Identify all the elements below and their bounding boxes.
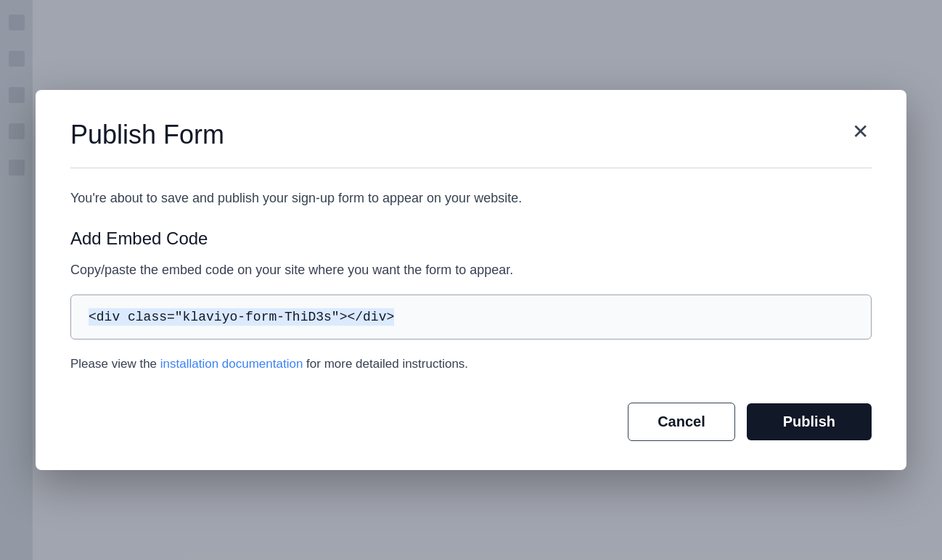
cancel-button[interactable]: Cancel bbox=[628, 403, 735, 441]
install-note: Please view the installation documentati… bbox=[70, 354, 872, 374]
close-button[interactable]: ✕ bbox=[849, 119, 872, 145]
modal-title: Publish Form bbox=[70, 119, 224, 150]
modal-header: Publish Form ✕ bbox=[70, 119, 872, 150]
install-text-after: for more detailed instructions. bbox=[303, 357, 468, 371]
install-text-before: Please view the bbox=[70, 357, 160, 371]
header-divider bbox=[70, 168, 872, 168]
modal-footer: Cancel Publish bbox=[70, 403, 872, 441]
publish-button[interactable]: Publish bbox=[747, 403, 872, 440]
installation-documentation-link[interactable]: installation documentation bbox=[160, 357, 303, 371]
embed-instruction-text: Copy/paste the embed code on your site w… bbox=[70, 260, 872, 280]
embed-code-box[interactable]: <div class="klaviyo-form-ThiD3s"></div> bbox=[70, 295, 872, 339]
description-text: You're about to save and publish your si… bbox=[70, 189, 872, 208]
publish-form-modal: Publish Form ✕ You're about to save and … bbox=[36, 90, 906, 470]
modal-backdrop: Publish Form ✕ You're about to save and … bbox=[0, 0, 942, 560]
embed-section-title: Add Embed Code bbox=[70, 228, 872, 249]
embed-code-text: <div class="klaviyo-form-ThiD3s"></div> bbox=[89, 308, 394, 326]
